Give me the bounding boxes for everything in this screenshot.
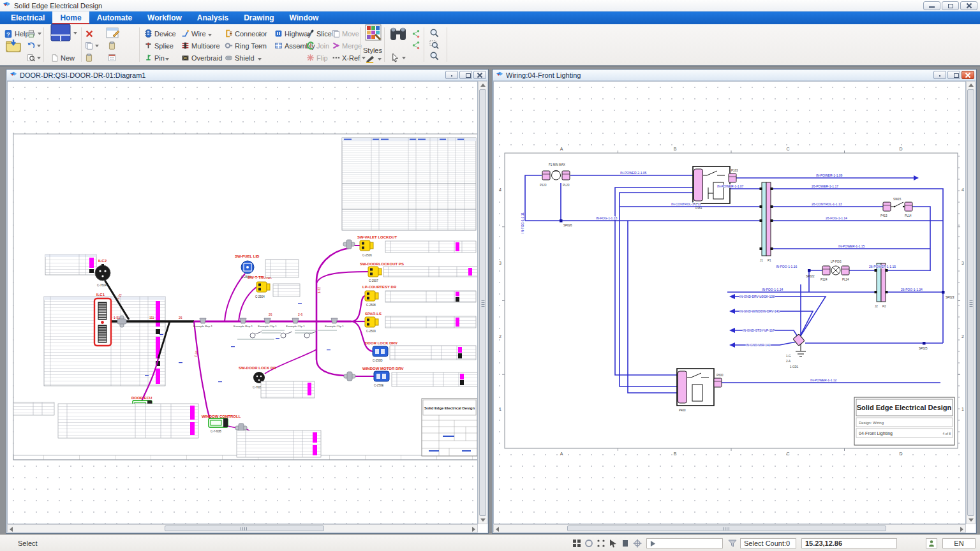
menu-drawing[interactable]: Drawing xyxy=(236,11,281,24)
overbraid-button[interactable]: Overbraid xyxy=(181,52,222,63)
child-close-button[interactable] xyxy=(473,71,486,79)
move-button[interactable]: Move xyxy=(332,28,359,39)
svg-text:IN-FOG-1-1.34: IN-FOG-1-1.34 xyxy=(762,288,783,291)
child-minimize-button[interactable] xyxy=(933,71,946,79)
zoom-fit-button[interactable] xyxy=(429,50,439,61)
join-button[interactable]: Join xyxy=(306,40,329,51)
zoom-document-icon xyxy=(27,54,35,62)
user-button[interactable] xyxy=(926,538,937,548)
flip-button[interactable]: Flip xyxy=(306,52,328,63)
child-minimize-button[interactable] xyxy=(445,71,458,79)
vertical-scrollbar-left-window[interactable] xyxy=(478,81,487,524)
pan-grid-icon[interactable] xyxy=(572,539,581,548)
multicore-button[interactable]: Multicore xyxy=(181,40,220,51)
app-title-bar[interactable]: Solid Edge Electrical Design xyxy=(0,0,980,11)
svg-text:Example Rep 1: Example Rep 1 xyxy=(234,325,253,328)
window-door-dr-titlebar[interactable]: DOOR-DR:QSI-DOOR-DR-01:Diagram1 xyxy=(7,70,487,81)
zoom-in-button[interactable] xyxy=(429,27,439,38)
find-button[interactable] xyxy=(389,28,408,39)
child-maximize-button[interactable] xyxy=(459,71,472,79)
copy-button[interactable] xyxy=(85,40,99,51)
undo-button[interactable] xyxy=(27,40,41,51)
highway-icon xyxy=(274,29,283,38)
svg-text:Example Clip 1: Example Clip 1 xyxy=(325,325,344,328)
select-tool-button[interactable] xyxy=(390,52,406,63)
app-close-button[interactable] xyxy=(960,1,977,10)
schematic-canvas[interactable]: A B C D A B C D 4 3 2 1 4 3 2 xyxy=(493,81,966,524)
shield-button[interactable]: Shield xyxy=(225,52,255,63)
merge-button[interactable]: Merge xyxy=(332,40,362,51)
menu-electrical[interactable]: Electrical xyxy=(3,11,52,24)
zoom-window-icon xyxy=(429,40,439,49)
connector-ilc1[interactable]: ILC1 xyxy=(94,293,111,346)
sheet-icon xyxy=(108,41,116,50)
device-button[interactable]: Device xyxy=(144,28,176,39)
svg-text:P400: P400 xyxy=(679,409,686,412)
horizontal-scrollbar-right-window[interactable] xyxy=(493,524,966,533)
pin-dropdown[interactable] xyxy=(165,54,169,64)
menu-analysis[interactable]: Analysis xyxy=(189,11,236,24)
window-wiring-titlebar[interactable]: Wiring:04-Front Lighting xyxy=(493,70,976,81)
vertical-scrollbar-right-window[interactable] xyxy=(966,81,976,524)
fill-mode-icon[interactable] xyxy=(621,539,630,548)
child-maximize-button[interactable] xyxy=(947,71,960,79)
svg-text:Example Clip 1: Example Clip 1 xyxy=(258,325,277,328)
ring-term-dropdown[interactable] xyxy=(258,41,262,52)
horizontal-scrollbar-left-window[interactable] xyxy=(7,524,478,533)
import-button[interactable] xyxy=(5,40,22,50)
wire-button[interactable]: Wire xyxy=(181,28,206,39)
command-input[interactable] xyxy=(646,538,723,548)
print-button[interactable] xyxy=(27,28,41,39)
network-trace-button[interactable] xyxy=(412,28,420,39)
connector-dropdown[interactable] xyxy=(258,29,262,40)
ring-term-icon xyxy=(225,41,233,50)
svg-text:IN-POWER-1-1.15: IN-POWER-1-1.15 xyxy=(838,244,865,248)
mdi-area: DOOR-DR:QSI-DOOR-DR-01:Diagram1 xyxy=(0,66,980,534)
child-close-button[interactable] xyxy=(961,71,974,79)
zoom-document-button[interactable] xyxy=(27,52,41,63)
wire-dropdown[interactable] xyxy=(208,29,212,40)
device-dropdown[interactable] xyxy=(165,29,169,40)
zoom-in-icon xyxy=(429,28,439,38)
delete-button[interactable] xyxy=(85,28,94,39)
new-button[interactable]: New xyxy=(51,52,75,63)
filter-icon[interactable] xyxy=(728,539,737,548)
zoom-window-button[interactable] xyxy=(429,39,439,50)
paste-button[interactable] xyxy=(85,52,93,63)
snap-points-icon[interactable] xyxy=(597,539,605,548)
new-diagram-button[interactable] xyxy=(50,27,77,38)
pointer-mode-icon[interactable] xyxy=(609,539,618,548)
component-inline-connector-j1p1[interactable]: J1 P1 xyxy=(760,182,773,262)
svg-text:Example Clip 1: Example Clip 1 xyxy=(286,325,305,328)
menu-automate[interactable]: Automate xyxy=(89,11,140,24)
app-maximize-button[interactable] xyxy=(942,1,959,10)
multicore-dropdown[interactable] xyxy=(208,41,212,52)
splice-button[interactable]: Splice xyxy=(144,40,174,51)
circle-select-icon[interactable] xyxy=(584,539,593,548)
splice-dropdown[interactable] xyxy=(165,41,169,52)
sheet-button[interactable] xyxy=(108,40,116,51)
component-inline-connector-j2p2[interactable]: J2 P2 xyxy=(875,263,888,308)
shield-dropdown[interactable] xyxy=(258,54,262,64)
app-minimize-button[interactable] xyxy=(923,1,940,10)
menu-window[interactable]: Window xyxy=(282,11,327,24)
slice-button[interactable]: Slice xyxy=(306,28,332,39)
menu-workflow[interactable]: Workflow xyxy=(140,11,189,24)
crosshair-icon[interactable] xyxy=(633,539,642,548)
harness-diagram-canvas[interactable]: Example Rep 1 Example Rep 1 Example Clip… xyxy=(7,81,478,524)
svg-text:1: 1 xyxy=(499,407,501,411)
window-door-dr[interactable]: DOOR-DR:QSI-DOOR-DR-01:Diagram1 xyxy=(6,69,489,534)
schedule-button[interactable] xyxy=(108,52,116,63)
style-pen-button[interactable] xyxy=(365,54,382,64)
styles-icon xyxy=(365,24,382,41)
svg-text:LP-COURTESY DR: LP-COURTESY DR xyxy=(362,285,397,289)
edit-sheet-button[interactable] xyxy=(106,27,120,38)
pin-button[interactable]: Pin xyxy=(144,52,165,63)
styles-gallery-button[interactable] xyxy=(365,27,382,38)
language-indicator[interactable]: EN xyxy=(942,538,976,548)
svg-text:2-6: 2-6 xyxy=(298,312,302,316)
assembly-dropdown[interactable] xyxy=(298,41,302,52)
svg-text:C-7604: C-7604 xyxy=(97,284,107,287)
network-branch-button[interactable] xyxy=(412,40,420,50)
window-wiring-front-lighting[interactable]: Wiring:04-Front Lighting xyxy=(492,69,977,534)
